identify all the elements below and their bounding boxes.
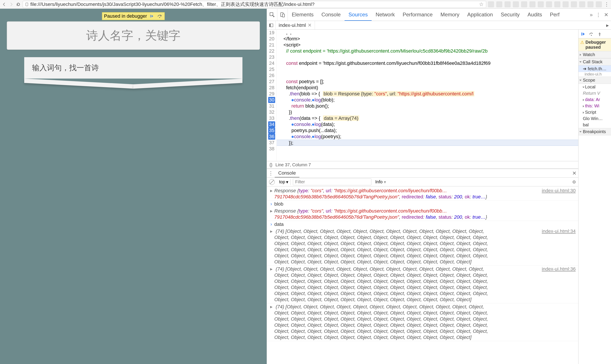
ext-icon[interactable] — [546, 1, 552, 7]
scope-section[interactable]: Scope — [578, 77, 611, 84]
context-selector[interactable]: top▾ — [277, 179, 291, 185]
svg-rect-8 — [581, 33, 582, 36]
debugger-sidebar: ⚠ Debugger paused Watch Call Stack ➔ fet… — [578, 30, 611, 364]
back-button[interactable] — [2, 2, 7, 7]
resume-icon[interactable] — [149, 13, 155, 19]
bookmark-star-icon[interactable]: ☆ — [479, 1, 484, 7]
svg-point-10 — [599, 35, 600, 36]
console-source-link[interactable]: index-ui.html:30 — [539, 188, 576, 200]
url-text: file:///Users/liyuechun/Documents/js30/J… — [30, 1, 478, 8]
console-drawer: ⋮ Console ✕ top▾ Info▾ — [267, 169, 578, 364]
scope-global[interactable]: Glo Win… — [578, 116, 611, 122]
debugger-paused-banner: ⚠ Debugger paused — [578, 39, 611, 51]
console-message[interactable]: ▸ (74) [Object, Object, Object, Object, … — [267, 228, 578, 266]
close-file-icon[interactable]: ✕ — [308, 23, 312, 28]
console-message[interactable]: ▸ (74) [Object, Object, Object, Object, … — [267, 266, 578, 303]
scope-return-value: Return V — [578, 90, 611, 96]
devtools-tab-application[interactable]: Application — [463, 9, 497, 21]
devtools-tab-console[interactable]: Console — [317, 9, 345, 21]
ext-icon[interactable] — [587, 1, 594, 7]
debugger-controls — [578, 30, 611, 39]
callstack-frame[interactable]: ➔ fetch.th… — [578, 65, 611, 72]
close-devtools-icon[interactable]: ✕ — [604, 12, 608, 18]
forward-button[interactable] — [9, 2, 14, 7]
file-name: index-ui.html — [279, 23, 306, 28]
console-source-link[interactable]: index-ui.html:36 — [539, 266, 576, 303]
svg-point-9 — [591, 35, 592, 36]
step-over-button[interactable] — [588, 31, 594, 37]
pretty-print-icon[interactable]: {} — [270, 162, 272, 167]
paused-overlay: Paused in debugger — [102, 12, 165, 20]
step-into-button[interactable] — [597, 31, 602, 37]
devtools-tab-elements[interactable]: Elements — [288, 9, 317, 21]
console-message[interactable]: ▸Response {type: "cors", url: "https://g… — [267, 187, 578, 201]
ext-icon[interactable] — [562, 1, 569, 7]
console-message[interactable]: ▸ (74) [Object, Object, Object, Object, … — [267, 303, 578, 341]
svg-rect-0 — [26, 3, 28, 6]
breakpoints-section[interactable]: Breakpoints — [578, 128, 611, 135]
scope-script[interactable]: Script — [578, 109, 611, 116]
kebab-icon[interactable]: ⋮ — [596, 12, 601, 18]
drawer-tab-console[interactable]: Console — [275, 169, 299, 177]
resume-button[interactable] — [580, 31, 586, 37]
ext-icon[interactable] — [521, 1, 527, 7]
scope-var-data[interactable]: data: Ar — [578, 96, 611, 103]
ext-icon[interactable] — [579, 1, 585, 7]
scope-var-this[interactable]: this: Wi — [578, 103, 611, 109]
devtools-tab-perf[interactable]: Perf — [546, 9, 563, 21]
extension-icons: ⋮ — [488, 1, 609, 7]
file-icon — [25, 2, 29, 6]
ext-icon[interactable] — [538, 1, 544, 7]
drawer-kebab-icon[interactable]: ⋮ — [267, 170, 275, 176]
ext-icon[interactable] — [529, 1, 535, 7]
inspect-element-icon[interactable] — [267, 9, 277, 21]
browser-toolbar: file:///Users/liyuechun/Documents/js30/J… — [0, 0, 611, 9]
console-filter-input[interactable] — [293, 179, 371, 185]
address-bar[interactable]: file:///Users/liyuechun/Documents/js30/J… — [23, 1, 486, 8]
callstack-frame-source: index-ui.h — [578, 72, 611, 77]
ext-icon[interactable] — [554, 1, 560, 7]
console-message[interactable]: ▸Response {type: "cors", url: "https://g… — [267, 208, 578, 221]
devtools-tab-memory[interactable]: Memory — [437, 9, 464, 21]
result-hint-card: 输入词句，找一首诗 — [24, 57, 242, 78]
console-output[interactable]: ▸Response {type: "cors", url: "https://g… — [267, 186, 578, 364]
more-files-icon[interactable]: ▸ — [606, 22, 609, 28]
log-level-selector[interactable]: Info▾ — [374, 179, 388, 185]
devtools-tab-sources[interactable]: Sources — [345, 9, 372, 21]
device-toolbar-icon[interactable] — [277, 9, 288, 21]
watch-section[interactable]: Watch — [578, 51, 611, 58]
ext-icon[interactable] — [496, 1, 502, 7]
ext-icon[interactable] — [513, 1, 519, 7]
ext-icon[interactable] — [596, 1, 602, 7]
step-over-icon[interactable] — [156, 13, 163, 19]
console-settings-icon[interactable]: ⚙ — [572, 179, 576, 185]
file-tab-bar: index-ui.html ✕ ▸ — [267, 21, 611, 30]
reload-button[interactable] — [16, 2, 21, 7]
toggle-navigator-icon[interactable] — [267, 21, 276, 29]
svg-rect-1 — [150, 15, 151, 17]
more-tabs-icon[interactable]: » — [590, 12, 593, 18]
console-toolbar: top▾ Info▾ ⚙ — [267, 178, 578, 186]
search-placeholder: 诗人名字，关键字 — [86, 28, 181, 44]
open-file-tab[interactable]: index-ui.html ✕ — [276, 21, 315, 29]
clear-console-icon[interactable] — [269, 179, 275, 185]
drawer-close-icon[interactable]: ✕ — [571, 170, 578, 176]
ext-icon[interactable] — [505, 1, 511, 7]
devtools-tab-network[interactable]: Network — [372, 9, 399, 21]
scope-local[interactable]: Local — [578, 84, 611, 90]
devtools-tab-security[interactable]: Security — [497, 9, 524, 21]
result-hint-text: 输入词句，找一首诗 — [32, 64, 99, 72]
console-source-link[interactable]: index-ui.html:34 — [539, 228, 576, 265]
menu-icon[interactable]: ⋮ — [604, 1, 609, 7]
ext-icon[interactable] — [571, 1, 577, 7]
ext-icon[interactable] — [488, 1, 494, 7]
devtools-tab-performance[interactable]: Performance — [399, 9, 436, 21]
page-viewport: Paused in debugger 诗人名字，关键字 输入词句，找一首诗 — [0, 9, 267, 364]
search-input[interactable]: 诗人名字，关键字 — [7, 21, 260, 50]
code-editor[interactable]: 1920212223242526272829303132333435363738… — [267, 30, 578, 161]
callstack-section[interactable]: Call Stack — [578, 58, 611, 65]
editor-status-bar: {} Line 37, Column 7 — [267, 161, 578, 169]
devtools-tab-audits[interactable]: Audits — [523, 9, 546, 21]
paused-text: Paused in debugger — [104, 13, 147, 19]
scope-global2: bal — [578, 122, 611, 128]
